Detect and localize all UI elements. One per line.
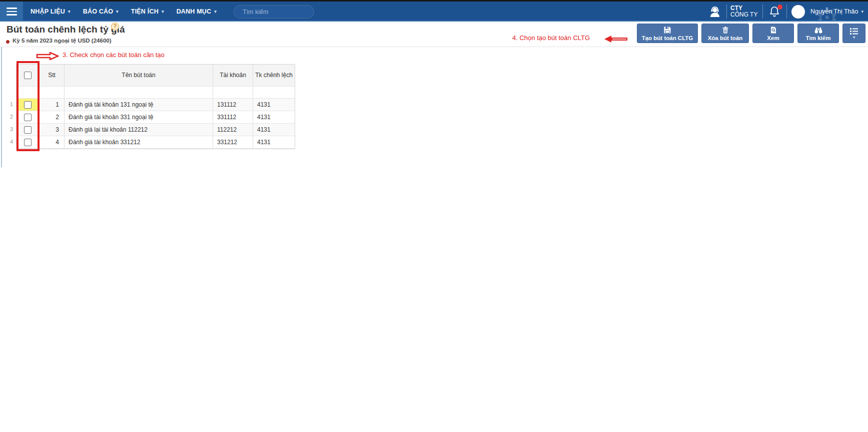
period-status-dot	[6, 40, 10, 44]
column-header-stt[interactable]: Stt	[40, 65, 65, 87]
chevron-down-icon: ▾	[861, 9, 863, 14]
menu-tien-ich[interactable]: TIỆN ÍCH ▾	[129, 8, 166, 15]
menu-danh-muc[interactable]: DANH MỤC ▾	[175, 8, 219, 15]
header-divider	[0, 47, 868, 47]
cell-name: Đánh giá tài khoản 131 ngoại tệ	[65, 99, 213, 111]
row-checkbox[interactable]	[24, 114, 32, 121]
annotation-step3: 3. Check chọn các bút toán cần tạo	[63, 51, 165, 59]
checkbox-cell-highlighted	[17, 99, 40, 111]
user-menu[interactable]: Nguyễn Thị Thảo ▾	[810, 8, 863, 15]
table-header-row: Stt Tên bút toán Tài khoản Tk chênh lệch	[17, 65, 295, 87]
menu-label: BÁO CÁO	[83, 8, 113, 15]
search-button[interactable]: Tìm kiếm	[797, 24, 839, 43]
menu-label: DANH MỤC	[177, 8, 212, 15]
row-index-gutter: 1 2 3 4	[3, 98, 13, 148]
filter-cell-account	[213, 87, 253, 99]
menu-label: NHẬP LIỆU	[31, 8, 65, 15]
cell-diff-account: 4131	[253, 111, 295, 124]
row-index: 3	[3, 123, 13, 136]
preview-icon	[769, 26, 777, 34]
entries-table: Stt Tên bút toán Tài khoản Tk chênh lệch…	[16, 64, 295, 149]
table-row[interactable]: 4 Đánh giá tài khoản 331212 331212 4131	[17, 136, 295, 149]
page-title: Bút toán chênh lệch tỷ giá	[7, 24, 125, 35]
filter-input-name[interactable]	[69, 87, 213, 98]
period-subtitle: Kỳ 5 năm 2023 ngoại tệ USD (24600)	[13, 38, 112, 44]
button-label: Tạo bút toán CLTG	[642, 35, 693, 41]
cell-name: Đánh giá tài khoản 331 ngoại tệ	[65, 111, 213, 124]
menu-label: TIỆN ÍCH	[131, 8, 159, 15]
cell-name: Đánh giá lại tài khoản 112212	[65, 124, 213, 136]
search-input[interactable]	[243, 9, 323, 16]
select-all-cell	[17, 65, 40, 87]
nav-divider	[762, 5, 763, 19]
table-row[interactable]: 3 Đánh giá lại tài khoản 112212 112212 4…	[17, 124, 295, 136]
cell-diff-account: 4131	[253, 99, 295, 111]
chevron-down-icon: ▾	[214, 9, 217, 14]
row-index: 1	[3, 98, 13, 111]
nav-divider	[786, 5, 787, 19]
company-name: CÔNG TY	[730, 12, 757, 18]
cell-name: Đánh giá tài khoản 331212	[65, 136, 213, 149]
create-cltg-entry-button[interactable]: Tạo bút toán CLTG	[637, 24, 698, 43]
button-label: Tìm kiếm	[806, 35, 831, 41]
notifications-button[interactable]	[768, 6, 781, 19]
delete-entry-button[interactable]: Xóa bút toán	[701, 24, 749, 43]
company-selector[interactable]: CTY CÔNG TY	[730, 5, 757, 18]
filter-cell-name	[65, 87, 213, 99]
cell-account: 331212	[213, 136, 253, 149]
binoculars-icon	[814, 26, 823, 34]
table-row[interactable]: 1 Đánh giá tài khoản 131 ngoại tệ 131112…	[17, 99, 295, 111]
row-index: 2	[3, 111, 13, 123]
filter-input-diff-account[interactable]	[257, 87, 295, 98]
trash-icon	[721, 26, 729, 34]
column-header-diff-account[interactable]: Tk chênh lệch	[253, 65, 295, 87]
view-button[interactable]: Xem	[752, 24, 794, 43]
filter-input-stt[interactable]	[40, 87, 59, 98]
hamburger-icon	[7, 8, 17, 9]
checkbox-cell	[17, 136, 40, 149]
notification-badge	[777, 5, 782, 10]
help-icon[interactable]: ?	[111, 23, 119, 31]
panel-left-border	[1, 47, 2, 167]
checkbox-cell	[17, 111, 40, 124]
column-header-account[interactable]: Tài khoản	[213, 65, 253, 87]
cell-stt: 4	[40, 136, 65, 149]
arrow-left-icon	[603, 35, 628, 43]
table-row[interactable]: 2 Đánh giá tài khoản 331 ngoại tệ 331112…	[17, 111, 295, 124]
user-name-label: Nguyễn Thị Thảo	[810, 8, 858, 15]
cell-diff-account: 4131	[253, 136, 295, 149]
cell-account: 112212	[213, 124, 253, 136]
save-icon	[663, 26, 671, 34]
cell-stt: 1	[40, 99, 65, 111]
checkbox-cell	[17, 124, 40, 136]
row-checkbox[interactable]	[24, 126, 32, 134]
arrow-right-icon	[36, 52, 59, 60]
button-label: Xóa bút toán	[708, 35, 743, 41]
chevron-down-icon: ▾	[116, 9, 119, 14]
chevron-down-icon: ▾	[68, 9, 71, 14]
avatar[interactable]	[791, 5, 805, 19]
chevron-down-icon: ▾	[162, 9, 164, 14]
list-menu-icon	[849, 28, 858, 35]
row-index: 4	[3, 136, 13, 148]
cell-account: 131112	[213, 99, 253, 111]
row-checkbox[interactable]	[24, 139, 32, 146]
menu-bao-cao[interactable]: BÁO CÁO ▾	[81, 8, 121, 15]
chevron-down-icon: ▾	[853, 36, 855, 39]
navbar-bottom-edge	[0, 21, 868, 22]
filter-input-account[interactable]	[217, 87, 253, 98]
more-actions-button[interactable]: ▾	[842, 24, 865, 43]
filter-cell-diff-account	[253, 87, 295, 99]
row-checkbox[interactable]	[24, 101, 32, 109]
hamburger-menu-button[interactable]	[0, 2, 23, 22]
menu-nhap-lieu[interactable]: NHẬP LIỆU ▾	[29, 8, 73, 15]
app-window: NHẬP LIỆU ▾ BÁO CÁO ▾ TIỆN ÍCH ▾ DANH MỤ…	[0, 0, 868, 432]
cell-diff-account: 4131	[253, 124, 295, 136]
main-menu: NHẬP LIỆU ▾ BÁO CÁO ▾ TIỆN ÍCH ▾ DANH MỤ…	[29, 2, 219, 22]
cell-account: 331112	[213, 111, 253, 124]
column-header-name[interactable]: Tên bút toán	[65, 65, 213, 87]
support-icon[interactable]	[708, 6, 721, 19]
top-navbar: NHẬP LIỆU ▾ BÁO CÁO ▾ TIỆN ÍCH ▾ DANH MỤ…	[0, 2, 868, 22]
filter-cell-stt	[40, 87, 65, 99]
select-all-checkbox[interactable]	[24, 72, 32, 79]
